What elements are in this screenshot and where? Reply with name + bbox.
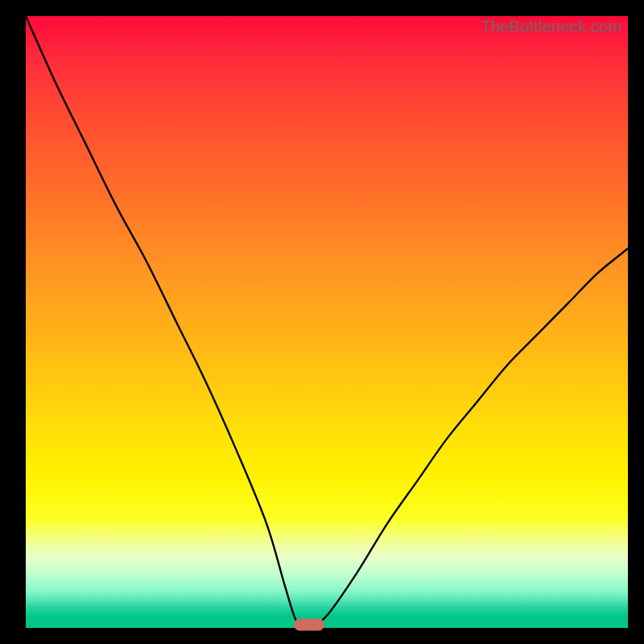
plot-area: TheBottleneck.com (26, 16, 628, 628)
optimal-point-marker (294, 619, 324, 631)
chart-frame: TheBottleneck.com (0, 0, 644, 644)
curve-path (26, 16, 628, 628)
bottleneck-curve (26, 16, 628, 628)
watermark-text: TheBottleneck.com (481, 18, 621, 36)
